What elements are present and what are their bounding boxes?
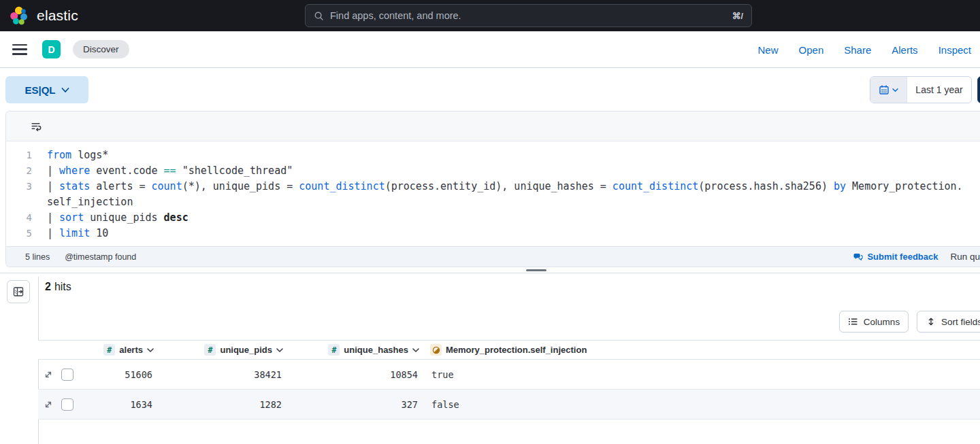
- columns-button[interactable]: Columns: [839, 311, 909, 332]
- row-checkbox[interactable]: [61, 369, 74, 381]
- date-picker: Last 1 year: [870, 76, 972, 103]
- feedback-label: Submit feedback: [867, 252, 938, 262]
- number-type-icon: #: [328, 344, 340, 356]
- code-line[interactable]: 3| stats alerts = count(*), unique_pids …: [6, 179, 980, 194]
- alerts-button[interactable]: Alerts: [892, 44, 917, 56]
- chevron-down-icon: [147, 347, 154, 353]
- toolbar-actions: New Open Share Alerts Inspect: [758, 31, 971, 68]
- results-panel: 2hits Columns Sort fields #alerts#unique…: [0, 273, 980, 444]
- time-range-value[interactable]: Last 1 year: [907, 77, 971, 103]
- row-controls: [38, 390, 79, 419]
- sort-fields-button[interactable]: Sort fields: [917, 311, 980, 332]
- table-body: 516063842110854true16341282327false: [38, 360, 980, 420]
- code-text: | limit 10: [32, 226, 108, 241]
- hits-summary: 2hits: [45, 281, 71, 293]
- brand[interactable]: elastic: [0, 5, 78, 26]
- cell-unique_hashes: 10854: [286, 360, 422, 389]
- code-line[interactable]: self_injection: [6, 194, 980, 210]
- editor-footer: 5 lines @timestamp found Submit feedback…: [6, 246, 980, 267]
- table-header: #alerts#unique_pids#unique_hashesMemory_…: [38, 340, 980, 360]
- code-line[interactable]: 5| limit 10: [6, 226, 980, 241]
- timestamp-status: @timestamp found: [65, 252, 136, 262]
- breadcrumb[interactable]: Discover: [73, 40, 129, 58]
- discover-app-badge[interactable]: D: [42, 40, 61, 58]
- chevron-down-icon: [276, 347, 283, 353]
- line-number: [6, 194, 32, 210]
- table-row: 516063842110854true: [38, 360, 980, 390]
- submit-feedback-link[interactable]: Submit feedback: [853, 252, 938, 262]
- row-checkbox[interactable]: [61, 398, 74, 411]
- row-controls: [38, 360, 79, 389]
- column-header-unique_pids[interactable]: #unique_pids: [204, 344, 283, 356]
- line-number: 3: [6, 179, 32, 194]
- show-sidebar-button[interactable]: [7, 280, 30, 303]
- cell-unique_hashes: 327: [286, 390, 422, 419]
- cell-Memory_protection.self_injection: true: [422, 360, 980, 389]
- search-shortcut: ⌘/: [732, 11, 743, 21]
- query-code-area[interactable]: 1from logs*2| where event.code == "shell…: [6, 141, 980, 246]
- run-query-button[interactable]: Run qu: [950, 252, 980, 262]
- number-type-icon: #: [204, 344, 216, 356]
- inspect-button[interactable]: Inspect: [938, 44, 971, 56]
- sort-icon: [926, 317, 936, 326]
- update-query-button[interactable]: [977, 76, 980, 103]
- search-placeholder: Find apps, content, and more.: [330, 10, 725, 21]
- list-icon: [848, 317, 858, 326]
- columns-button-label: Columns: [864, 317, 900, 327]
- cell-alerts: 51606: [79, 360, 157, 389]
- column-header-alerts[interactable]: #alerts: [103, 344, 154, 356]
- code-text: | stats alerts = count(*), unique_pids =…: [32, 179, 963, 194]
- number-type-icon: #: [103, 344, 115, 356]
- cell-unique_pids: 38421: [157, 360, 286, 389]
- code-text: from logs*: [32, 148, 108, 163]
- column-label: alerts: [119, 345, 143, 355]
- calendar-icon: [879, 84, 889, 95]
- global-header: elastic Find apps, content, and more. ⌘/: [0, 0, 980, 31]
- code-lines: 1from logs*2| where event.code == "shell…: [6, 148, 980, 241]
- esql-editor: 1from logs*2| where event.code == "shell…: [5, 111, 980, 267]
- chevron-down-icon: [61, 87, 69, 93]
- date-picker-calendar-button[interactable]: [870, 77, 907, 103]
- menu-icon[interactable]: [12, 44, 27, 55]
- code-line[interactable]: 4| sort unique_pids desc: [6, 210, 980, 226]
- chevron-down-icon: [892, 88, 898, 92]
- hits-label: hits: [54, 281, 71, 292]
- open-button[interactable]: Open: [799, 44, 824, 56]
- line-number: 5: [6, 226, 32, 241]
- chevron-down-icon: [412, 347, 419, 353]
- brand-name: elastic: [37, 7, 78, 24]
- expand-row-icon[interactable]: [43, 369, 54, 380]
- code-line[interactable]: 2| where event.code == "shellcode_thread…: [6, 163, 980, 179]
- code-text: self_injection: [32, 194, 133, 210]
- panel-expand-icon: [12, 286, 24, 298]
- line-number: 1: [6, 148, 32, 163]
- code-text: | sort unique_pids desc: [32, 210, 189, 226]
- feedback-icon: [853, 252, 863, 261]
- esql-mode-button[interactable]: ES|QL: [5, 76, 88, 103]
- cell-unique_pids: 1282: [157, 390, 286, 419]
- cell-alerts: 1634: [79, 390, 157, 419]
- table-row: 16341282327false: [38, 390, 980, 420]
- wrap-lines-icon[interactable]: [27, 118, 44, 135]
- column-header-Memory_protection.self_injection[interactable]: Memory_protection.self_injection: [430, 344, 587, 356]
- header-control-cell: [38, 341, 79, 359]
- boolean-type-icon: [430, 344, 442, 356]
- column-label: Memory_protection.self_injection: [446, 345, 587, 355]
- hits-count: 2: [45, 281, 51, 292]
- search-icon: [314, 11, 324, 21]
- column-label: unique_hashes: [344, 345, 408, 355]
- line-count: 5 lines: [25, 252, 50, 262]
- cell-Memory_protection.self_injection: false: [422, 390, 980, 419]
- code-line[interactable]: 1from logs*: [6, 148, 980, 163]
- esql-mode-label: ES|QL: [24, 84, 55, 96]
- share-button[interactable]: Share: [844, 44, 871, 56]
- column-header-unique_hashes[interactable]: #unique_hashes: [328, 344, 419, 356]
- sort-fields-button-label: Sort fields: [941, 317, 980, 327]
- line-number: 4: [6, 210, 32, 226]
- new-button[interactable]: New: [758, 44, 779, 56]
- line-number: 2: [6, 163, 32, 179]
- expand-row-icon[interactable]: [43, 399, 54, 410]
- editor-toolbar: [6, 112, 980, 141]
- elastic-logo-icon: [10, 5, 30, 26]
- global-search-input[interactable]: Find apps, content, and more. ⌘/: [305, 4, 752, 27]
